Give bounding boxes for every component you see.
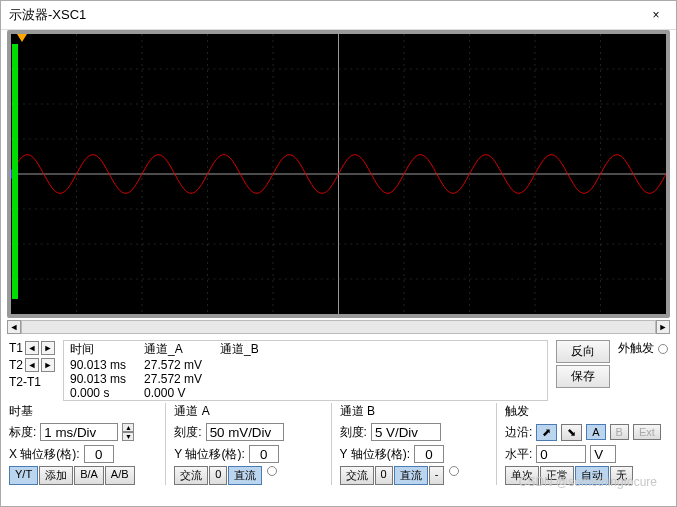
t2-right-button[interactable]: ► — [41, 358, 55, 372]
cha-terminal-icon[interactable] — [267, 466, 277, 476]
trigger-single-button[interactable]: 单次 — [505, 466, 539, 485]
timebase-scale-label: 标度: — [9, 424, 36, 441]
trigger-normal-button[interactable]: 正常 — [540, 466, 574, 485]
trigger-none-button[interactable]: 无 — [610, 466, 633, 485]
edge-falling-button[interactable]: ⬊ — [561, 424, 582, 441]
cha-title: 通道 A — [174, 403, 322, 420]
cha-ypos-label: Y 轴位移(格): — [174, 446, 244, 463]
mode-yt-button[interactable]: Y/T — [9, 466, 38, 485]
timebase-xpos-input[interactable] — [84, 445, 114, 463]
cursor-readout: 时间 通道_A 通道_B 90.013 ms27.572 mV 90.013 m… — [63, 340, 548, 401]
col-cha: 通道_A — [144, 341, 220, 358]
t2t1-label: T2-T1 — [9, 375, 41, 389]
timebase-scale-down[interactable]: ▼ — [122, 432, 134, 441]
cha-zero-button[interactable]: 0 — [209, 466, 227, 485]
t2-label: T2 — [9, 358, 23, 372]
mode-ab-button[interactable]: A/B — [105, 466, 135, 485]
scope-svg — [11, 34, 666, 314]
close-button[interactable]: × — [644, 5, 668, 25]
horizontal-scrollbar[interactable] — [21, 320, 656, 334]
trigger-marker-icon[interactable] — [17, 34, 27, 42]
scroll-right-button[interactable]: ► — [656, 320, 670, 334]
ext-trigger-label: 外触发 — [618, 340, 654, 357]
chb-ac-button[interactable]: 交流 — [340, 466, 374, 485]
chb-zero-button[interactable]: 0 — [375, 466, 393, 485]
chb-scale-input[interactable] — [371, 423, 441, 441]
cha-scale-input[interactable] — [206, 423, 284, 441]
chb-ypos-label: Y 轴位移(格): — [340, 446, 410, 463]
scroll-left-button[interactable]: ◄ — [7, 320, 21, 334]
cha-ypos-input[interactable] — [249, 445, 279, 463]
mode-add-button[interactable]: 添加 — [39, 466, 73, 485]
window-title: 示波器-XSC1 — [9, 6, 86, 24]
col-chb: 通道_B — [220, 341, 277, 358]
t1-right-button[interactable]: ► — [41, 341, 55, 355]
ext-trigger-radio[interactable] — [658, 344, 668, 354]
trigger-auto-button[interactable]: 自动 — [575, 466, 609, 485]
timebase-scale-up[interactable]: ▲ — [122, 423, 134, 432]
trigger-title: 触发 — [505, 403, 668, 420]
col-time: 时间 — [70, 341, 144, 358]
trigger-edge-label: 边沿: — [505, 424, 532, 441]
cursor-line[interactable] — [12, 44, 18, 299]
trigger-level-label: 水平: — [505, 446, 532, 463]
timebase-title: 时基 — [9, 403, 157, 420]
t1-left-button[interactable]: ◄ — [25, 341, 39, 355]
mode-ba-button[interactable]: B/A — [74, 466, 104, 485]
trigger-src-ext-button[interactable]: Ext — [633, 424, 661, 440]
trigger-level-unit[interactable] — [590, 445, 616, 463]
chb-title: 通道 B — [340, 403, 488, 420]
edge-rising-button[interactable]: ⬈ — [536, 424, 557, 441]
chb-terminal-icon[interactable] — [449, 466, 459, 476]
t2-left-button[interactable]: ◄ — [25, 358, 39, 372]
chb-ypos-input[interactable] — [414, 445, 444, 463]
reverse-button[interactable]: 反向 — [556, 340, 610, 363]
save-button[interactable]: 保存 — [556, 365, 610, 388]
cha-dc-button[interactable]: 直流 — [228, 466, 262, 485]
trigger-src-b-button[interactable]: B — [610, 424, 629, 440]
timebase-xpos-label: X 轴位移(格): — [9, 446, 80, 463]
trigger-src-a-button[interactable]: A — [586, 424, 605, 440]
t1-label: T1 — [9, 341, 23, 355]
chb-minus-button[interactable]: - — [429, 466, 445, 485]
trigger-level-input[interactable] — [536, 445, 586, 463]
timebase-scale-input[interactable] — [40, 423, 118, 441]
cha-scale-label: 刻度: — [174, 424, 201, 441]
chb-dc-button[interactable]: 直流 — [394, 466, 428, 485]
oscilloscope-display[interactable] — [11, 34, 666, 314]
cha-ac-button[interactable]: 交流 — [174, 466, 208, 485]
chb-scale-label: 刻度: — [340, 424, 367, 441]
